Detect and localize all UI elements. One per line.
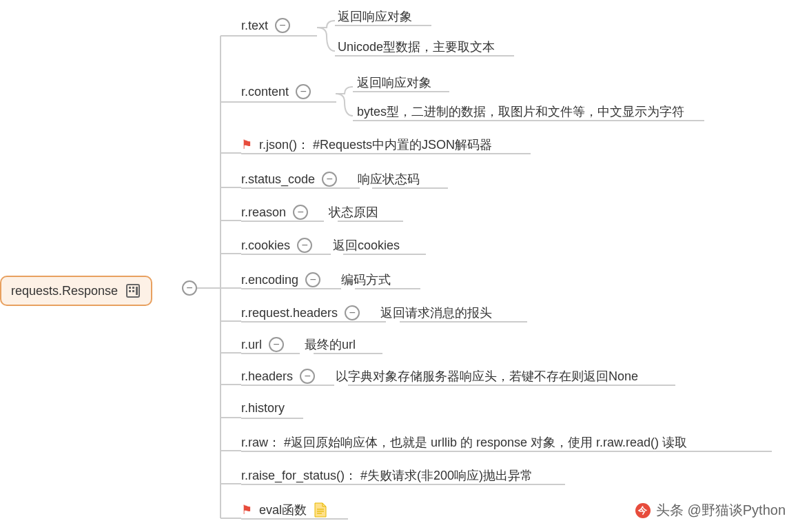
underline: [355, 288, 420, 289]
underline: [241, 484, 565, 485]
node-r-history[interactable]: r.history: [241, 401, 285, 418]
underline: [335, 55, 514, 57]
root-label: requests.Response: [11, 284, 118, 298]
underline: [335, 25, 431, 26]
document-icon: [314, 502, 327, 518]
underline: [241, 101, 336, 103]
node-r-content[interactable]: r.content: [241, 84, 311, 102]
collapse-icon[interactable]: [322, 172, 337, 187]
svg-rect-3: [129, 290, 131, 292]
collapse-icon[interactable]: [293, 205, 308, 220]
subnode-text-1[interactable]: 返回响应对象: [338, 8, 412, 25]
underline: [241, 288, 341, 289]
svg-rect-1: [129, 287, 131, 289]
underline: [353, 91, 449, 92]
collapse-icon[interactable]: [275, 18, 290, 33]
underline: [314, 353, 382, 354]
underline: [241, 187, 360, 189]
collapse-icon[interactable]: [345, 305, 360, 320]
node-r-text[interactable]: r.text: [241, 18, 290, 36]
svg-rect-4: [132, 290, 134, 292]
subnode-content-1[interactable]: 返回响应对象: [357, 74, 431, 91]
underline: [338, 221, 403, 222]
underline: [343, 254, 426, 255]
collapse-icon[interactable]: [305, 272, 320, 287]
underline: [241, 153, 531, 154]
svg-rect-5: [136, 287, 138, 295]
underline: [241, 385, 334, 386]
underline: [353, 120, 704, 121]
underline: [241, 254, 331, 255]
flag-icon: ⚑: [241, 139, 252, 151]
underline: [241, 518, 348, 520]
flag-icon: ⚑: [241, 504, 252, 516]
underline: [241, 418, 303, 419]
underline: [348, 385, 675, 386]
collapse-icon[interactable]: [300, 369, 315, 384]
watermark-icon: 今: [635, 503, 651, 518]
watermark: 今 头条 @野猫谈Python: [635, 501, 786, 520]
collapse-icon[interactable]: [296, 84, 311, 99]
underline: [372, 187, 448, 189]
subnode-content-2[interactable]: bytes型，二进制的数据，取图片和文件等，中文显示为字符: [357, 103, 684, 120]
svg-rect-2: [132, 287, 134, 289]
collapse-icon[interactable]: [269, 337, 284, 352]
building-icon: [125, 283, 141, 299]
underline: [241, 221, 324, 222]
underline: [241, 321, 386, 323]
underline: [241, 35, 317, 37]
underline: [400, 321, 527, 323]
collapse-icon[interactable]: [297, 238, 312, 253]
underline: [241, 451, 772, 452]
subnode-text-2[interactable]: Unicode型数据，主要取文本: [338, 39, 495, 55]
underline: [241, 353, 300, 354]
root-node[interactable]: requests.Response: [0, 276, 152, 306]
collapse-root-icon[interactable]: [182, 280, 197, 296]
